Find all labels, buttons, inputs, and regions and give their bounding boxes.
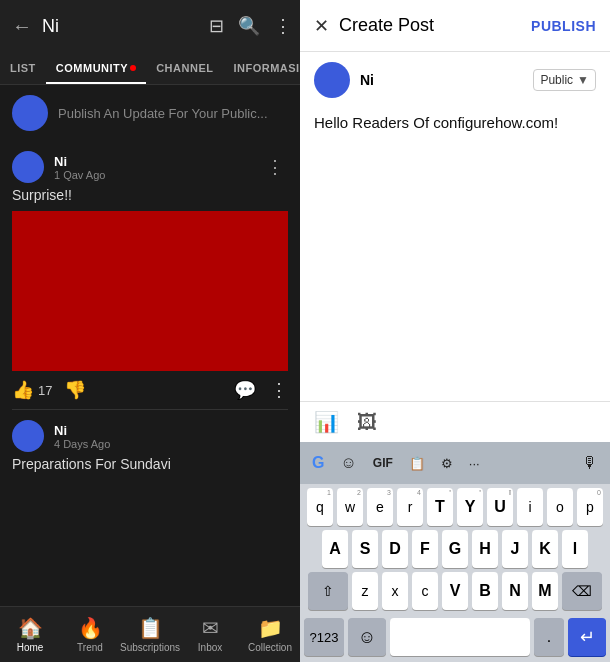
gif-btn[interactable]: GIF bbox=[367, 452, 399, 474]
close-button[interactable]: ✕ bbox=[314, 15, 329, 37]
more-icon[interactable]: ⋮ bbox=[274, 15, 292, 37]
key-s[interactable]: S bbox=[352, 530, 378, 568]
create-avatar bbox=[314, 62, 350, 98]
audience-select[interactable]: Public ▼ bbox=[533, 69, 596, 91]
settings-btn[interactable]: ⚙ bbox=[435, 452, 459, 475]
key-d[interactable]: D bbox=[382, 530, 408, 568]
key-x[interactable]: x bbox=[382, 572, 408, 610]
key-v[interactable]: V bbox=[442, 572, 468, 610]
key-a[interactable]: A bbox=[322, 530, 348, 568]
post-text-area[interactable]: Hello Readers Of configurehow.com! bbox=[300, 108, 610, 401]
left-panel: ← Ni ⊟ 🔍 ⋮ LIST COMMUNITY CHANNEL INFORM… bbox=[0, 0, 300, 662]
post-actions-right: 💬 ⋮ bbox=[234, 379, 288, 401]
create-post-header: ✕ Create Post PUBLISH bbox=[300, 0, 610, 52]
key-f[interactable]: F bbox=[412, 530, 438, 568]
home-icon: 🏠 bbox=[18, 616, 43, 640]
post-menu-1[interactable]: ⋮ bbox=[262, 152, 288, 182]
kb-row-3: ⇧ z x c V B N M ⌫ bbox=[302, 572, 608, 610]
backspace-key[interactable]: ⌫ bbox=[562, 572, 602, 610]
key-q[interactable]: q1 bbox=[307, 488, 333, 526]
key-z[interactable]: z bbox=[352, 572, 378, 610]
chart-icon[interactable]: 📊 bbox=[314, 410, 339, 434]
nav-trend[interactable]: 🔥 Trend bbox=[60, 607, 120, 662]
tab-community[interactable]: COMMUNITY bbox=[46, 52, 146, 84]
audience-text: Public bbox=[540, 73, 573, 87]
post-time-2: 4 Days Ago bbox=[54, 438, 288, 450]
tab-channel[interactable]: CHANNEL bbox=[146, 52, 223, 84]
key-j[interactable]: J bbox=[502, 530, 528, 568]
key-g[interactable]: G bbox=[442, 530, 468, 568]
post-time-1: 1 Qav Ago bbox=[54, 169, 252, 181]
avatar bbox=[12, 95, 48, 131]
like-count: 17 bbox=[38, 383, 52, 398]
create-post-title: Create Post bbox=[339, 15, 531, 36]
keyboard: G ☺ GIF 📋 ⚙ ··· 🎙 q1 w2 e3 r4 T' Y' Uī i… bbox=[300, 442, 610, 662]
post-image-1 bbox=[12, 211, 288, 371]
nav-trend-label: Trend bbox=[77, 642, 103, 653]
image-icon[interactable]: 🖼 bbox=[357, 411, 377, 434]
nav-inbox[interactable]: ✉ Inbox bbox=[180, 607, 240, 662]
key-i[interactable]: i bbox=[517, 488, 543, 526]
key-h[interactable]: H bbox=[472, 530, 498, 568]
key-c[interactable]: c bbox=[412, 572, 438, 610]
publish-bar[interactable]: Publish An Update For Your Public... bbox=[0, 85, 300, 141]
post-header-2: Ni 4 Days Ago bbox=[12, 420, 288, 452]
emoji-btn[interactable]: ☺ bbox=[348, 618, 386, 656]
keyboard-rows: q1 w2 e3 r4 T' Y' Uī i o p0 A S D F G H … bbox=[300, 484, 610, 616]
top-bar-right: ⊟ 🔍 ⋮ bbox=[209, 15, 292, 37]
num-switch-btn[interactable]: ?123 bbox=[304, 618, 344, 656]
kb-row-2: A S D F G H J K l bbox=[302, 530, 608, 568]
nav-sub-label: Subscriptions bbox=[120, 642, 180, 653]
more-toolbar-btn[interactable]: ··· bbox=[463, 452, 486, 475]
comment-icon[interactable]: 💬 bbox=[234, 379, 256, 401]
more-post-icon[interactable]: ⋮ bbox=[270, 379, 288, 401]
back-button[interactable]: ← bbox=[8, 11, 36, 42]
cast-icon[interactable]: ⊟ bbox=[209, 15, 224, 37]
post-header-1: Ni 1 Qav Ago ⋮ bbox=[12, 151, 288, 183]
mic-btn[interactable]: 🎙 bbox=[576, 450, 604, 476]
search-icon[interactable]: 🔍 bbox=[238, 15, 260, 37]
post-text: Hello Readers Of configurehow.com! bbox=[314, 114, 558, 131]
post-meta-2: Ni 4 Days Ago bbox=[54, 423, 288, 450]
key-o[interactable]: o bbox=[547, 488, 573, 526]
nav-home[interactable]: 🏠 Home bbox=[0, 607, 60, 662]
publish-button[interactable]: PUBLISH bbox=[531, 18, 596, 34]
key-b[interactable]: B bbox=[472, 572, 498, 610]
period-key[interactable]: . bbox=[534, 618, 564, 656]
top-bar: ← Ni ⊟ 🔍 ⋮ bbox=[0, 0, 300, 52]
nav-subscriptions[interactable]: 📋 Subscriptions bbox=[120, 607, 180, 662]
thumbs-down-btn[interactable]: 👎 bbox=[64, 379, 86, 401]
clipboard-btn[interactable]: 📋 bbox=[403, 452, 431, 475]
tab-informasi[interactable]: INFORMASI bbox=[223, 52, 300, 84]
audience-arrow-icon: ▼ bbox=[577, 73, 589, 87]
thumbs-up-btn[interactable]: 👍 17 bbox=[12, 379, 52, 401]
key-n[interactable]: N bbox=[502, 572, 528, 610]
key-y[interactable]: Y' bbox=[457, 488, 483, 526]
key-e[interactable]: e3 bbox=[367, 488, 393, 526]
key-p[interactable]: p0 bbox=[577, 488, 603, 526]
bottom-nav: 🏠 Home 🔥 Trend 📋 Subscriptions ✉ Inbox 📁… bbox=[0, 606, 300, 662]
nav-inbox-label: Inbox bbox=[198, 642, 222, 653]
key-l[interactable]: l bbox=[562, 530, 588, 568]
create-username: Ni bbox=[360, 72, 523, 88]
thumbs-up-icon: 👍 bbox=[12, 379, 34, 401]
trend-icon: 🔥 bbox=[78, 616, 103, 640]
publish-placeholder: Publish An Update For Your Public... bbox=[58, 106, 268, 121]
subscriptions-icon: 📋 bbox=[138, 616, 163, 640]
key-w[interactable]: w2 bbox=[337, 488, 363, 526]
tab-list[interactable]: LIST bbox=[0, 52, 46, 84]
key-m[interactable]: M bbox=[532, 572, 558, 610]
key-k[interactable]: K bbox=[532, 530, 558, 568]
enter-key[interactable]: ↵ bbox=[568, 618, 606, 656]
emoji-toolbar-btn[interactable]: ☺ bbox=[334, 450, 362, 476]
space-key[interactable] bbox=[390, 618, 530, 656]
key-r[interactable]: r4 bbox=[397, 488, 423, 526]
google-keyboard-btn[interactable]: G bbox=[306, 450, 330, 476]
key-t[interactable]: T' bbox=[427, 488, 453, 526]
shift-key[interactable]: ⇧ bbox=[308, 572, 348, 610]
nav-home-label: Home bbox=[17, 642, 44, 653]
nav-collection[interactable]: 📁 Collection bbox=[240, 607, 300, 662]
key-u[interactable]: Uī bbox=[487, 488, 513, 526]
nav-collection-label: Collection bbox=[248, 642, 292, 653]
create-post-toolbar: 📊 🖼 bbox=[300, 401, 610, 442]
